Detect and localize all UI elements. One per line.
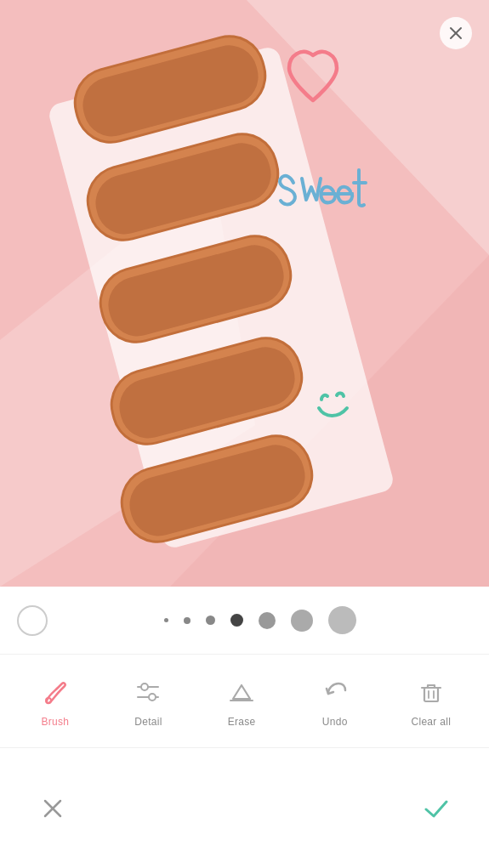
- svg-point-24: [141, 684, 148, 690]
- brush-size-3[interactable]: [206, 616, 215, 625]
- erase-label: Erase: [228, 716, 256, 728]
- detail-label: Detail: [134, 716, 162, 728]
- confirm-button[interactable]: [418, 790, 455, 827]
- bottom-action-bar: [0, 748, 489, 868]
- brush-size-panel: [0, 587, 489, 655]
- svg-marker-27: [233, 685, 250, 699]
- image-canvas[interactable]: [0, 0, 489, 587]
- brush-size-selector: [48, 606, 472, 634]
- clear-all-tool[interactable]: Clear all: [402, 675, 459, 728]
- detail-icon: [131, 675, 165, 709]
- brush-size-6[interactable]: [291, 610, 313, 632]
- close-image-button[interactable]: [440, 17, 472, 49]
- brush-size-4[interactable]: [230, 614, 243, 627]
- detail-tool[interactable]: Detail: [122, 675, 173, 728]
- brush-size-5[interactable]: [259, 612, 276, 629]
- undo-tool[interactable]: Undo: [310, 675, 361, 728]
- brush-icon: [38, 675, 72, 709]
- undo-label: Undo: [322, 716, 348, 728]
- undo-icon: [318, 675, 352, 709]
- svg-point-22: [46, 698, 51, 703]
- erase-tool[interactable]: Erase: [216, 675, 267, 728]
- svg-rect-29: [424, 688, 438, 701]
- trash-icon: [414, 675, 448, 709]
- brush-size-2[interactable]: [184, 617, 190, 624]
- tools-panel: Brush Detail Erase: [0, 655, 489, 748]
- svg-point-26: [149, 694, 156, 701]
- brush-tool[interactable]: Brush: [30, 675, 81, 728]
- brush-size-7[interactable]: [328, 606, 356, 634]
- cancel-button[interactable]: [34, 790, 71, 827]
- erase-icon: [225, 675, 259, 709]
- brush-preview: [17, 605, 48, 636]
- clear-all-label: Clear all: [411, 716, 451, 728]
- brush-label: Brush: [41, 716, 69, 728]
- brush-size-1[interactable]: [164, 618, 168, 622]
